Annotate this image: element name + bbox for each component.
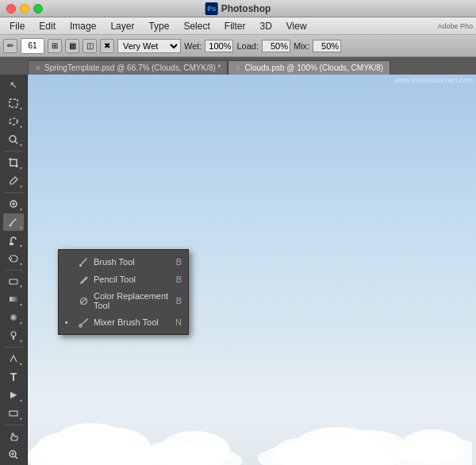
mix-label: Mix: xyxy=(294,41,309,51)
ctx-brush-shortcut: B xyxy=(176,257,182,267)
ctx-check-mixer: • xyxy=(65,318,73,327)
ctx-brush-label: Brush Tool xyxy=(94,257,171,267)
canvas-area: www.missyuanchen.com Brush Tool B Pencil… xyxy=(28,75,476,465)
ctx-color-label: Color Replacement Tool xyxy=(94,291,171,310)
ctx-pencil-shortcut: B xyxy=(176,275,182,284)
close-button[interactable] xyxy=(6,4,16,13)
options-bar: ✏ 61 ⊞ ▦ ◫ ✖ Very Wet Wet: Load: Mix: xyxy=(0,35,476,57)
tab-clouds[interactable]: ✕ Clouds.psb @ 100% (Clouds, CMYK/8) xyxy=(228,60,390,75)
ctx-pencil-label: Pencil Tool xyxy=(94,275,171,284)
tool-dodge[interactable]: ▾ xyxy=(3,327,24,344)
tabs-bar: ✕ SpringTemplate.psd @ 66.7% (Clouds, CM… xyxy=(0,57,476,75)
menu-image[interactable]: Image xyxy=(63,19,102,33)
minimize-button[interactable] xyxy=(20,4,29,13)
maximize-button[interactable] xyxy=(33,4,43,13)
tool-move[interactable]: ↖ xyxy=(3,76,24,94)
menu-type[interactable]: Type xyxy=(142,19,175,33)
tab-spring-label: SpringTemplate.psd @ 66.7% (Clouds, CMYK… xyxy=(44,63,221,72)
load-label: Load: xyxy=(236,41,259,51)
ctx-check-brush xyxy=(65,258,73,267)
svg-rect-9 xyxy=(10,279,17,284)
sidebar-sep-4 xyxy=(4,347,23,348)
svg-rect-0 xyxy=(10,99,17,107)
menu-layer[interactable]: Layer xyxy=(104,19,140,33)
angle-icon[interactable]: ◫ xyxy=(83,39,97,53)
sidebar-sep-1 xyxy=(4,151,23,152)
pencil-tool-icon xyxy=(78,274,89,285)
tab-spring-template[interactable]: ✕ SpringTemplate.psd @ 66.7% (Clouds, CM… xyxy=(28,60,228,75)
ctx-color-shortcut: B xyxy=(176,296,182,306)
tab-close-icon[interactable]: ✕ xyxy=(35,64,41,72)
tool-hand[interactable] xyxy=(3,428,24,445)
tool-brush[interactable]: ▾ xyxy=(3,213,24,231)
tab-close-icon-2[interactable]: ✕ xyxy=(235,64,241,72)
menu-file[interactable]: File xyxy=(3,19,31,33)
svg-point-12 xyxy=(12,316,15,319)
menu-edit[interactable]: Edit xyxy=(33,19,62,33)
tool-zoom[interactable] xyxy=(3,446,24,463)
main-area: ↖ ▾ ▾ ▾ ▾ ▾ ▾ ▾ xyxy=(0,75,476,465)
brush-size-preview[interactable]: 61 xyxy=(21,38,44,54)
tool-lasso[interactable]: ▾ xyxy=(3,113,24,130)
svg-point-33 xyxy=(79,264,82,267)
sidebar: ↖ ▾ ▾ ▾ ▾ ▾ ▾ ▾ xyxy=(0,75,28,465)
tool-shape[interactable]: ▾ xyxy=(3,405,24,422)
mixer-brush-icon xyxy=(78,317,89,328)
svg-point-2 xyxy=(10,136,16,142)
svg-rect-15 xyxy=(10,411,17,416)
svg-point-13 xyxy=(11,332,16,336)
load-input[interactable] xyxy=(262,40,290,52)
svg-point-7 xyxy=(10,224,12,226)
menu-3d[interactable]: 3D xyxy=(253,19,278,33)
menu-bar: File Edit Image Layer Type Select Filter… xyxy=(0,17,476,35)
menu-view[interactable]: View xyxy=(280,19,313,33)
tool-stamp[interactable]: ▾ xyxy=(3,232,24,249)
clouds-svg xyxy=(28,386,472,465)
app-title: Photoshop xyxy=(221,3,271,14)
ctx-color-replacement[interactable]: Color Replacement Tool B xyxy=(59,288,188,313)
context-menu: Brush Tool B Pencil Tool B Color Replace… xyxy=(58,249,189,335)
tool-preset-icon[interactable]: ✏ xyxy=(3,39,17,53)
tool-gradient[interactable]: ▾ xyxy=(3,290,24,308)
svg-line-3 xyxy=(15,141,17,144)
mode-select[interactable]: Very Wet xyxy=(117,39,181,53)
toggle-airbrush-icon[interactable]: ▦ xyxy=(65,39,79,53)
svg-point-1 xyxy=(10,118,17,125)
tool-text[interactable]: T xyxy=(3,368,24,386)
svg-line-17 xyxy=(15,456,17,459)
ctx-check-color xyxy=(65,297,73,306)
ctx-pencil-tool[interactable]: Pencil Tool B xyxy=(59,271,188,288)
tool-heal[interactable]: ▾ xyxy=(3,195,24,213)
brush-tool-icon xyxy=(78,256,89,267)
brush-settings-icon[interactable]: ⊞ xyxy=(48,39,62,53)
svg-rect-10 xyxy=(10,297,17,302)
ps-logo: Ps xyxy=(205,2,218,15)
color-replacement-icon xyxy=(78,295,89,306)
app-icon: Ps Photoshop xyxy=(205,2,271,15)
ctx-mixer-brush[interactable]: • Mixer Brush Tool N xyxy=(59,313,188,331)
ctx-brush-tool[interactable]: Brush Tool B xyxy=(59,253,188,271)
app-subtitle: Adobe Pho xyxy=(437,22,473,30)
tool-path-select[interactable]: ▾ xyxy=(3,386,24,404)
ctx-check-pencil xyxy=(65,275,73,284)
svg-point-32 xyxy=(401,429,464,464)
tool-quick-select[interactable]: ▾ xyxy=(3,131,24,148)
tool-history-brush[interactable]: ▾ xyxy=(3,250,24,267)
menu-filter[interactable]: Filter xyxy=(218,19,252,33)
tool-select-rect[interactable]: ▾ xyxy=(3,94,24,112)
menu-select[interactable]: Select xyxy=(177,19,216,33)
tool-pen[interactable]: ▾ xyxy=(3,350,24,367)
mix-input[interactable] xyxy=(313,40,341,52)
sample-icon[interactable]: ✖ xyxy=(100,39,114,53)
sidebar-sep-2 xyxy=(4,192,23,193)
ctx-mixer-shortcut: N xyxy=(175,317,182,327)
ctx-mixer-label: Mixer Brush Tool xyxy=(94,317,171,327)
tool-crop[interactable]: ▾ xyxy=(3,154,24,171)
watermark: www.missyuanchen.com xyxy=(394,76,473,84)
tool-blur[interactable]: ▾ xyxy=(3,309,24,326)
wet-input[interactable] xyxy=(205,40,233,52)
tool-eraser[interactable]: ▾ xyxy=(3,272,24,290)
title-bar: Ps Photoshop xyxy=(0,0,476,17)
tab-clouds-label: Clouds.psb @ 100% (Clouds, CMYK/8) xyxy=(244,63,383,72)
tool-eyedropper[interactable]: ▾ xyxy=(3,172,24,190)
